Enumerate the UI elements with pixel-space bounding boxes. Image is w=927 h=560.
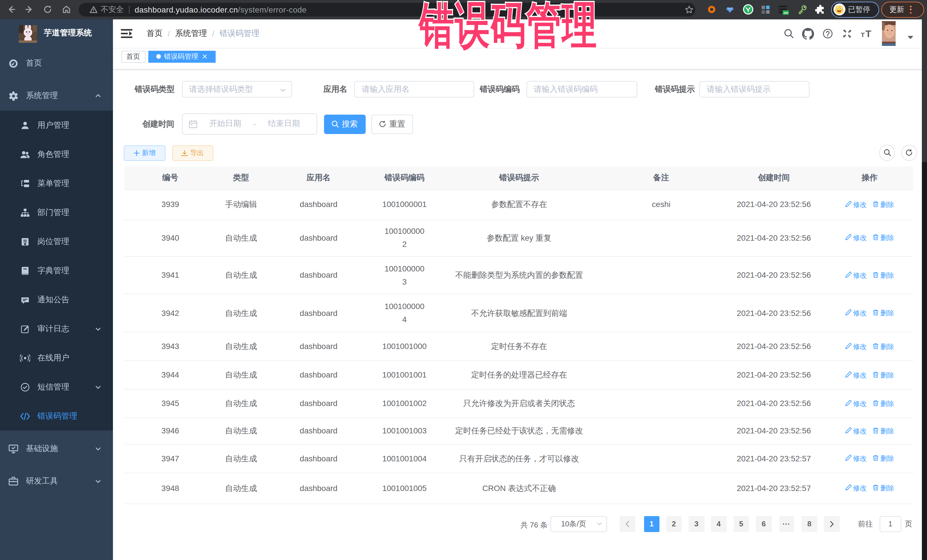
svg-text:T: T	[865, 29, 871, 38]
svg-text:T: T	[860, 31, 865, 38]
svg-text:on: on	[784, 10, 788, 15]
svg-text:错误码管理: 错误码管理	[418, 0, 597, 53]
